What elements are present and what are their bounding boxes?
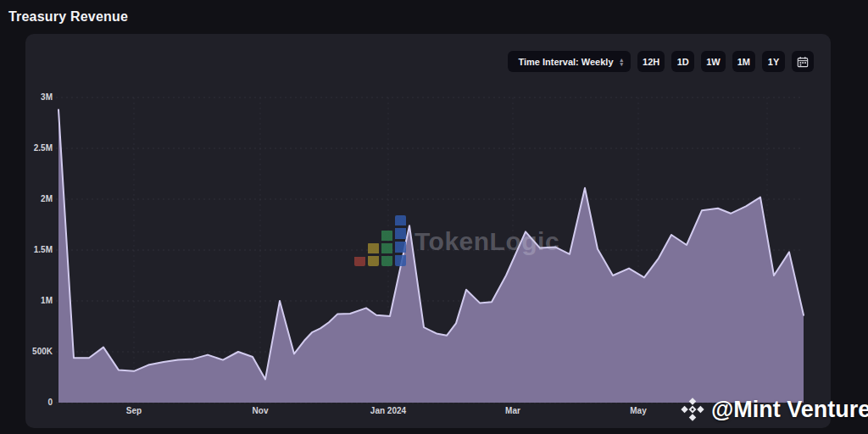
interval-1d-button[interactable]: 1D	[671, 51, 694, 72]
x-axis-tick-label: Mar	[479, 406, 547, 415]
y-axis-tick-label: 1M	[15, 296, 53, 305]
chevron-updown-icon: ▴▾	[620, 58, 624, 66]
mint-ventures-watermark: @Mint Ventures	[679, 396, 868, 423]
interval-1m-button[interactable]: 1M	[732, 51, 755, 72]
y-axis-tick-label: 500K	[15, 347, 53, 356]
time-interval-label: Time Interval: Weekly	[518, 57, 613, 67]
interval-12h-button[interactable]: 12H	[637, 51, 665, 72]
interval-1w-button[interactable]: 1W	[701, 51, 726, 72]
x-axis-tick-label: Sep	[100, 406, 168, 415]
calendar-button[interactable]	[792, 51, 814, 72]
y-axis-tick-label: 0	[15, 398, 53, 407]
mint-ventures-watermark-text: @Mint Ventures	[711, 397, 868, 423]
x-axis-tick-label: Jan 2024	[354, 406, 422, 415]
y-axis-tick-label: 2M	[15, 194, 53, 203]
time-interval-select[interactable]: Time Interval: Weekly ▴▾	[508, 51, 631, 72]
binance-diamond-icon	[679, 396, 706, 423]
y-axis-tick-label: 2.5M	[15, 143, 53, 153]
interval-1y-button[interactable]: 1Y	[762, 51, 785, 72]
x-axis-tick-label: Nov	[226, 406, 294, 415]
x-axis-tick-label: May	[604, 406, 672, 415]
toolbar: Time Interval: Weekly ▴▾ 12H 1D 1W 1M 1Y	[508, 51, 814, 72]
calendar-icon	[797, 56, 809, 68]
y-axis-tick-label: 1.5M	[15, 245, 53, 254]
y-axis-tick-label: 3M	[15, 92, 53, 102]
